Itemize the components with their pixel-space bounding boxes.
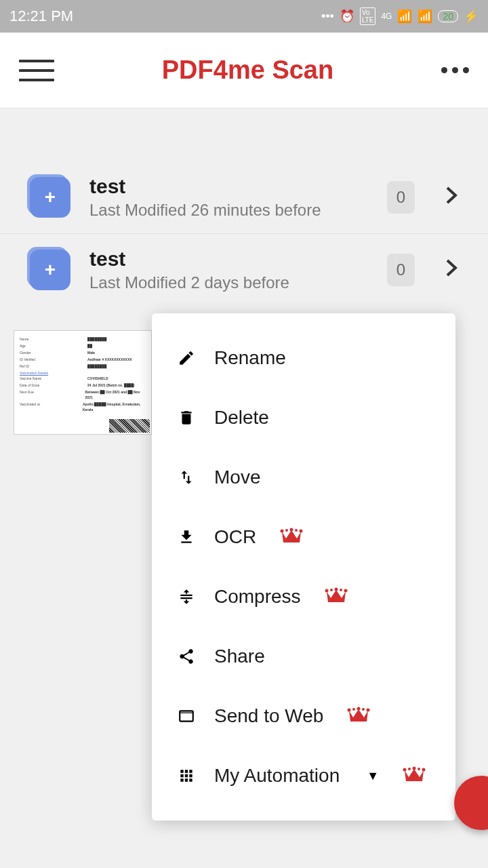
chevron-right-icon	[445, 258, 458, 283]
folder-add-icon	[30, 177, 70, 218]
premium-crown-icon	[279, 526, 304, 548]
chevron-right-icon	[445, 185, 458, 210]
folder-title: test	[89, 175, 368, 198]
network-icon: 4G	[381, 12, 392, 21]
more-indicator-icon: •••	[321, 9, 334, 24]
folder-text: test Last Modified 26 minutes before	[89, 175, 368, 220]
menu-item-label: Compress	[214, 586, 301, 608]
svg-point-3	[285, 529, 288, 532]
rename-menu-item[interactable]: Rename	[152, 328, 455, 388]
svg-point-14	[362, 708, 365, 711]
volte-icon: VoLTE	[360, 7, 376, 25]
move-menu-item[interactable]: Move	[152, 448, 455, 507]
move-arrows-icon	[176, 467, 197, 488]
svg-point-17	[422, 768, 426, 772]
status-bar: 12:21 PM ••• ⏰ VoLTE 4G 📶 📶 20 ⚡	[0, 0, 488, 33]
floating-action-button[interactable]	[454, 776, 488, 830]
menu-item-label: My Automation	[214, 765, 340, 787]
context-menu: Rename Delete Move OCR Compress	[152, 313, 455, 821]
web-icon	[176, 706, 197, 726]
pencil-icon	[176, 348, 197, 368]
app-header: PDF4me Scan	[0, 33, 488, 108]
svg-point-19	[418, 768, 420, 770]
qr-code-icon	[109, 419, 150, 433]
svg-point-11	[357, 707, 361, 711]
premium-crown-icon	[324, 586, 348, 608]
menu-item-label: OCR	[214, 526, 256, 548]
menu-item-label: Rename	[214, 347, 286, 369]
ocr-menu-item[interactable]: OCR	[152, 507, 455, 567]
share-menu-item[interactable]: Share	[152, 627, 455, 686]
compress-icon	[176, 587, 197, 607]
folder-text: test Last Modified 2 days before	[89, 248, 368, 292]
svg-point-5	[325, 589, 328, 593]
signal1-icon: 📶	[397, 9, 412, 24]
more-options-button[interactable]	[441, 67, 469, 73]
menu-item-label: Delete	[214, 407, 269, 429]
alarm-icon: ⏰	[340, 9, 354, 24]
svg-point-1	[290, 528, 293, 532]
folder-count-badge: 0	[387, 181, 415, 214]
svg-point-9	[340, 589, 342, 591]
svg-point-6	[334, 588, 338, 591]
grid-icon	[176, 766, 197, 786]
charging-icon: ⚡	[464, 9, 479, 24]
svg-point-2	[300, 530, 303, 533]
svg-point-4	[295, 529, 298, 532]
svg-point-0	[281, 530, 284, 533]
svg-point-13	[352, 708, 355, 711]
dropdown-arrow-icon: ▼	[367, 769, 379, 783]
download-icon	[176, 527, 197, 547]
folder-item[interactable]: test Last Modified 26 minutes before 0	[0, 161, 488, 234]
delete-menu-item[interactable]: Delete	[152, 388, 455, 448]
premium-crown-icon	[402, 765, 426, 787]
status-time: 12:21 PM	[9, 7, 73, 25]
send-to-web-menu-item[interactable]: Send to Web	[152, 686, 455, 746]
svg-point-16	[413, 767, 416, 770]
folder-subtitle: Last Modified 26 minutes before	[89, 201, 368, 220]
folder-count-badge: 0	[387, 254, 415, 286]
battery-icon: 20	[438, 10, 458, 22]
folder-title: test	[89, 248, 368, 271]
svg-point-18	[408, 768, 411, 770]
svg-point-12	[367, 709, 370, 712]
folder-add-icon	[30, 250, 70, 290]
signal2-icon: 📶	[418, 9, 432, 24]
automation-menu-item[interactable]: My Automation ▼	[152, 746, 455, 806]
menu-item-label: Send to Web	[214, 705, 323, 727]
folder-subtitle: Last Modified 2 days before	[89, 273, 368, 292]
status-icons: ••• ⏰ VoLTE 4G 📶 📶 20 ⚡	[321, 7, 479, 25]
compress-menu-item[interactable]: Compress	[152, 567, 455, 627]
app-title: PDF4me Scan	[162, 56, 333, 85]
svg-point-8	[330, 589, 333, 591]
menu-button[interactable]	[19, 60, 54, 81]
folder-item[interactable]: test Last Modified 2 days before 0	[0, 234, 488, 306]
svg-point-7	[344, 589, 347, 593]
menu-item-label: Share	[214, 646, 265, 667]
premium-crown-icon	[346, 705, 371, 727]
share-icon	[176, 646, 197, 667]
document-thumbnail[interactable]: Name████████ Age██ GenderMale ID Verifie…	[14, 330, 152, 435]
svg-point-15	[403, 768, 407, 772]
menu-item-label: Move	[214, 467, 260, 488]
trash-icon	[176, 408, 197, 428]
svg-point-10	[348, 709, 351, 712]
